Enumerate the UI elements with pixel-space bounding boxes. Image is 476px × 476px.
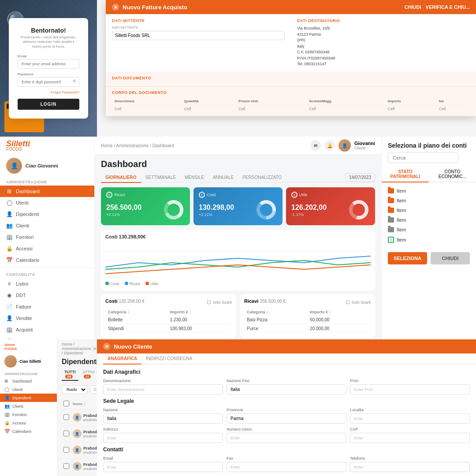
- dashboard-bottom-grid: Costi 130.298,00 € Solo Scarti Categoria…: [101, 294, 375, 338]
- piano-tab-patrimonali[interactable]: STATO PATRIMONALI: [382, 167, 429, 182]
- sidebar-item-label: Acquisti: [16, 327, 33, 332]
- dip-select-all[interactable]: [63, 401, 69, 406]
- email-input[interactable]: [18, 59, 79, 69]
- piano-item-2[interactable]: Item: [382, 196, 476, 205]
- denominazione-input[interactable]: [103, 384, 223, 394]
- val-purce: 20.000,00: [308, 325, 370, 333]
- cliente-tab-anagrafica[interactable]: ANAGRAFICA: [103, 353, 141, 364]
- dip-tab-attivi[interactable]: ATTIVI 16: [80, 368, 97, 381]
- telefono-input[interactable]: [350, 462, 470, 472]
- piano-item-5[interactable]: Item: [382, 225, 476, 234]
- row-checkbox[interactable]: [63, 431, 69, 436]
- dip-search-input[interactable]: [90, 386, 97, 394]
- sidebar-item-fornitori[interactable]: 🏢 Fornitori: [0, 231, 94, 243]
- piano-tab-economico[interactable]: CONTO ECONOMIC...: [429, 167, 476, 182]
- row-checkbox[interactable]: [63, 447, 69, 453]
- invoice-sender-select[interactable]: Silletti Foods SRL: [112, 31, 285, 40]
- invoice-close-label[interactable]: CHIUDI: [405, 4, 421, 10]
- dip-tab-tutti[interactable]: TUTTI 38: [62, 368, 78, 381]
- sede-provincia-select[interactable]: Parma: [227, 413, 346, 424]
- sidebar-item-ddt[interactable]: ◉ DDT: [0, 290, 94, 301]
- tab-mensile[interactable]: MENSILE: [180, 173, 208, 183]
- nazione-select[interactable]: Italia: [227, 384, 346, 394]
- row-avatar: 👤: [73, 446, 82, 454]
- dip-toolbar: Ruolo + NUOVO DIPENDENTI: [62, 383, 93, 396]
- login-button[interactable]: LOGIN: [18, 99, 79, 110]
- sidebar-item-dipendenti[interactable]: 👤 Dipendenti: [0, 208, 94, 220]
- row-checkbox[interactable]: [63, 414, 69, 420]
- cliente-close-button[interactable]: ✕: [103, 343, 110, 350]
- sidebar-item-accessi[interactable]: 🔒 Accessi: [0, 243, 94, 254]
- sidebar-item-vendite[interactable]: 👤 Vendite: [0, 312, 94, 324]
- table-row: Cell Cell Cell Cell Cell Cell: [112, 105, 470, 112]
- ricavi-table: Categoria ↕ Importo € ↕ Basi Pizza 50.00…: [244, 308, 371, 334]
- fornitori-icon: 🏢: [6, 234, 12, 240]
- dip-nav-dashboard[interactable]: ⊞ Dashboard: [0, 377, 57, 385]
- sidebar-item-ordini[interactable]: 🔒 Ordini: [0, 335, 94, 339]
- dip-dipendenti-icon: 👤: [4, 395, 10, 400]
- invoice-recipient-title: DATI DESTINATARIO: [297, 19, 470, 23]
- row-nome: 👤 Prabodhan pra@abc.com: [71, 458, 97, 475]
- table-row: Basi Pizza 50.000,00: [245, 316, 370, 324]
- dip-calendario-icon: 📅: [4, 429, 10, 434]
- tab-annuale[interactable]: ANNUALE: [208, 173, 238, 183]
- dip-role-select[interactable]: Ruolo: [62, 385, 87, 394]
- dip-nav-fornitori[interactable]: 🏢 Fornitori: [0, 410, 57, 419]
- sidebar-item-utenti[interactable]: ◯ Utenti: [0, 197, 94, 208]
- password-toggle-icon[interactable]: 👁: [72, 79, 77, 84]
- cliente-sede-row2: Indirizzo Numero civico CAP: [103, 427, 470, 443]
- bell-icon-btn[interactable]: 🔔: [324, 140, 335, 151]
- cliente-modal: ✕ Nuovo Cliente ANAGRAFICA INDIRIZZI CON…: [97, 339, 476, 476]
- tab-giornaliero[interactable]: GIORNALIERO: [101, 173, 141, 183]
- sidebar-item-clienti[interactable]: 👥 Clienti: [0, 220, 94, 231]
- sede-localita-input[interactable]: [350, 413, 470, 424]
- ricavi-toggle[interactable]: Solo Scarti: [351, 300, 371, 305]
- row-check: [62, 458, 71, 475]
- email-input[interactable]: [103, 462, 223, 472]
- cliente-tab-indirizzi[interactable]: INDIRIZZI CONSEGNA: [141, 353, 197, 364]
- email-icon-btn[interactable]: ✉: [310, 140, 321, 151]
- dip-email-icon[interactable]: ✉: [91, 345, 97, 353]
- denominazione-label: Denominazione: [103, 379, 223, 383]
- fax-input[interactable]: [227, 462, 346, 472]
- dip-nav-utenti[interactable]: ◯ Utenti: [0, 385, 57, 394]
- row-checkbox[interactable]: [63, 463, 69, 469]
- login-form-card: Bentornato! Preservando i valori dell'ar…: [9, 18, 88, 119]
- sede-indirizzo-input[interactable]: [103, 433, 223, 443]
- piano-item-4[interactable]: Item: [382, 215, 476, 225]
- sidebar-item-fatture[interactable]: 📄 Fatture: [0, 301, 94, 312]
- sidebar-greeting: Ciao Giovanni: [26, 163, 58, 168]
- dip-nav-dipendenti[interactable]: 👤 Dipendenti: [0, 394, 57, 402]
- sede-nazione-select[interactable]: Italia: [103, 413, 223, 424]
- sidebar-item-dashboard[interactable]: ⊞ Dashboard: [0, 186, 94, 197]
- sidebar-item-listini[interactable]: ≡ Listini: [0, 278, 94, 290]
- invoice-close-button[interactable]: ✕: [112, 4, 119, 11]
- ricavi-change: +2.11%: [106, 212, 141, 217]
- cliente-piva-field: PIVA: [350, 379, 470, 394]
- piano-close-button[interactable]: CHIUDI: [431, 252, 470, 264]
- piano-item-6[interactable]: € Item: [382, 234, 476, 245]
- piano-select-button[interactable]: SELEZIONA: [388, 252, 427, 264]
- forgot-password-link[interactable]: Forgot Password?: [18, 90, 79, 94]
- row-email: pra@abc.com: [83, 450, 97, 454]
- table-row: 👤 Prabodhan pra@abc.com 1234567890 Stesa…: [62, 442, 97, 458]
- dashboard-cards: € Ricavi 256.500,00 +2.11%: [101, 187, 375, 225]
- sidebar-item-acquisti[interactable]: 🏢 Acquisti: [0, 324, 94, 335]
- costi-toggle[interactable]: Solo Scarti: [212, 300, 232, 305]
- sede-cap-input[interactable]: [350, 433, 470, 443]
- costi-donut-chart: [255, 199, 277, 221]
- piano-item-3[interactable]: Item: [382, 205, 476, 215]
- piva-input[interactable]: [350, 384, 470, 394]
- sidebar-item-calendario[interactable]: 📅 Calendario: [0, 254, 94, 266]
- dip-nav-clienti[interactable]: 👥 Clienti: [0, 402, 57, 410]
- password-input[interactable]: [18, 77, 79, 87]
- dip-nav-accessi[interactable]: 🔒 Accessi: [0, 419, 57, 427]
- tab-settimanale[interactable]: SETTIMANALE: [141, 173, 180, 183]
- piano-search-input[interactable]: [388, 152, 458, 163]
- tab-personalizzato[interactable]: PERSONALIZZATO: [238, 173, 286, 183]
- date-picker[interactable]: 14/07/2023: [345, 173, 375, 182]
- dip-nav-calendario[interactable]: 📅 Calendario: [0, 427, 57, 435]
- piano-item-1[interactable]: Item: [382, 186, 476, 196]
- sede-numero-input[interactable]: [227, 433, 346, 443]
- invoice-verify-label[interactable]: VERIFICA E CHIU...: [426, 4, 470, 10]
